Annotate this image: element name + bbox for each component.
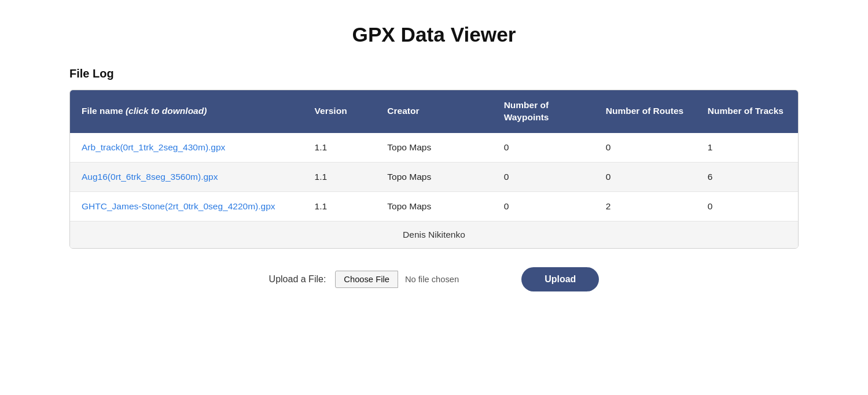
file-log-table-wrapper: File name (click to download) Version Cr… — [69, 90, 799, 249]
file-download-link[interactable]: Aug16(0rt_6trk_8seg_3560m).gpx — [82, 172, 218, 182]
cell-creator: Topo Maps — [376, 133, 492, 163]
cell-version: 1.1 — [303, 162, 376, 191]
upload-button[interactable]: Upload — [521, 267, 599, 291]
cell-version: 1.1 — [303, 133, 376, 163]
table-body: Arb_track(0rt_1trk_2seg_430m).gpx1.1Topo… — [70, 133, 798, 248]
table-row: Aug16(0rt_6trk_8seg_3560m).gpx1.1Topo Ma… — [70, 162, 798, 191]
upload-label: Upload a File: — [269, 274, 326, 285]
cell-creator: Topo Maps — [376, 191, 492, 221]
upload-section: Upload a File: Choose File No file chose… — [69, 267, 799, 291]
table-scroll-area[interactable]: File name (click to download) Version Cr… — [70, 90, 798, 248]
col-header-tracks: Number of Tracks — [696, 90, 798, 133]
file-log-table: File name (click to download) Version Cr… — [70, 90, 798, 248]
choose-file-button[interactable]: Choose File — [335, 271, 398, 288]
col-header-waypoints: Number of Waypoints — [492, 90, 594, 133]
cell-tracks: 1 — [696, 133, 798, 163]
cell-routes: 2 — [594, 191, 696, 221]
col-header-version: Version — [303, 90, 376, 133]
cell-creator: Topo Maps — [376, 162, 492, 191]
file-download-link[interactable]: Arb_track(0rt_1trk_2seg_430m).gpx — [82, 142, 225, 152]
file-download-link[interactable]: GHTC_James-Stone(2rt_0trk_0seg_4220m).gp… — [82, 201, 275, 211]
col-header-routes: Number of Routes — [594, 90, 696, 133]
file-input-wrapper: Choose File No file chosen — [335, 271, 466, 288]
col-header-creator: Creator — [376, 90, 492, 133]
table-row: GHTC_James-Stone(2rt_0trk_0seg_4220m).gp… — [70, 191, 798, 221]
table-row: Arb_track(0rt_1trk_2seg_430m).gpx1.1Topo… — [70, 133, 798, 163]
cell-tracks: 6 — [696, 162, 798, 191]
cell-waypoints: 0 — [492, 191, 594, 221]
page-title: GPX Data Viewer — [352, 23, 516, 46]
cell-waypoints: 0 — [492, 133, 594, 163]
footer-creator-text: Denis Nikitenko — [70, 221, 798, 248]
cell-version: 1.1 — [303, 191, 376, 221]
table-header: File name (click to download) Version Cr… — [70, 90, 798, 133]
file-log-section-title: File Log — [69, 67, 799, 80]
cell-routes: 0 — [594, 133, 696, 163]
table-footer-row: Denis Nikitenko — [70, 221, 798, 248]
cell-waypoints: 0 — [492, 162, 594, 191]
no-file-chosen-text: No file chosen — [398, 275, 466, 284]
main-content: File Log File name (click to download) V… — [35, 67, 833, 305]
cell-routes: 0 — [594, 162, 696, 191]
cell-tracks: 0 — [696, 191, 798, 221]
col-header-filename: File name (click to download) — [70, 90, 303, 133]
